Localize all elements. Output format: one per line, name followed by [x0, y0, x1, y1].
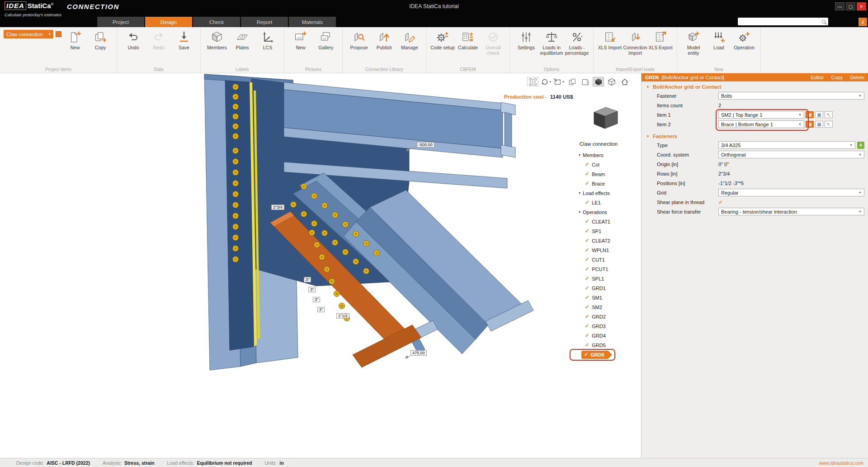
grid-edit-button[interactable]: ▦ — [815, 121, 823, 128]
operation-button[interactable]: Operation — [731, 29, 757, 50]
code-setup-button[interactable]: Code setup — [430, 29, 455, 50]
tree-item-grd1[interactable]: ✓GRD1 — [559, 283, 638, 293]
pick-in-scene-button[interactable]: ↖ — [825, 121, 833, 128]
solid-view-icon[interactable] — [593, 77, 604, 86]
expander-icon[interactable]: ▾ — [579, 153, 580, 157]
tree-item-le1[interactable]: ✓LE1 — [559, 198, 638, 207]
tree-item-sm2[interactable]: ✓SM2 — [559, 302, 638, 312]
tree-item-wpln1[interactable]: ✓WPLN1 — [559, 245, 638, 255]
info-button[interactable]: i — [859, 18, 867, 26]
section-bolt-anchor-grid[interactable]: ▼ Bolt/Anchor grid or Contact — [642, 81, 868, 91]
tree-item-grd2[interactable]: ✓GRD2 — [559, 312, 638, 321]
tab-materials[interactable]: Materials — [289, 17, 336, 27]
tree-item-spl1[interactable]: ✓SPL1 — [559, 274, 638, 283]
section-fasteners[interactable]: ▼ Fasteners — [642, 131, 868, 140]
new-button[interactable]: New — [62, 29, 88, 50]
xls-import-button[interactable]: XLS Import — [597, 29, 623, 50]
tree-item-pcut1[interactable]: ✓PCUT1 — [559, 264, 638, 274]
loads-in-equilibrium-button[interactable]: Loads in equilibrium — [539, 29, 564, 56]
tree-item-cleat1[interactable]: ✓CLEAT1 — [559, 217, 638, 226]
shear-transfer-dropdown[interactable]: Bearing - tension/shear interaction ▼ — [718, 208, 864, 215]
bolt-type-dropdown[interactable]: 3/4 A325 ▼ — [718, 141, 855, 149]
rows-value[interactable]: 2"3/4 — [718, 171, 730, 176]
save-button[interactable]: Save — [171, 29, 197, 50]
xls-export-button[interactable]: XLS Export — [648, 29, 673, 50]
item2-dropdown[interactable]: Brace | Bottom flange 1 ▼ — [718, 120, 804, 128]
dimension-label: 3" — [313, 297, 320, 302]
close-button[interactable]: ✕ — [857, 2, 866, 10]
tab-check[interactable]: Check — [193, 17, 240, 27]
claw-connection-dropdown[interactable]: Claw connection▾ — [4, 30, 53, 38]
load-button[interactable]: Load — [706, 29, 731, 50]
copy-button[interactable]: Copy — [88, 29, 113, 50]
plate-select-button[interactable]: ▦ — [806, 111, 814, 118]
new-button[interactable]: New — [288, 29, 313, 50]
lcs-button[interactable]: LCS — [255, 29, 280, 50]
collapse-icon[interactable]: ▼ — [646, 85, 650, 89]
tree-item-grd5[interactable]: ✓GRD5 — [559, 340, 638, 350]
navigation-cube[interactable] — [588, 103, 621, 131]
delete-button[interactable]: Delete — [850, 75, 864, 80]
collapse-icon[interactable]: ▼ — [646, 134, 650, 138]
tree-item-sm1[interactable]: ✓SM1 — [559, 293, 638, 302]
tree-item-col[interactable]: ✓Col — [559, 160, 638, 169]
view-pages-alt-icon[interactable] — [580, 77, 591, 86]
3d-viewport[interactable]: ▾▾ Production cost - 1140 US$ -500.00 2"… — [0, 73, 641, 458]
tree-item-grd3[interactable]: ✓GRD3 — [559, 321, 638, 331]
tab-design[interactable]: Design — [145, 17, 192, 27]
home-view-icon[interactable] — [619, 77, 630, 86]
minimize-button[interactable]: — — [835, 2, 844, 10]
website-link[interactable]: www.ideastatica.com — [819, 460, 863, 466]
maximize-button[interactable]: ▢ — [846, 2, 855, 10]
positions-value[interactable]: -1"1/2 -3"*5 — [718, 181, 744, 186]
tree-section-operations[interactable]: ▾Operations — [559, 207, 638, 217]
expander-icon[interactable]: ▾ — [579, 191, 580, 195]
rotate-view-icon[interactable]: ▾ — [540, 77, 552, 86]
tree-item-cleat2[interactable]: ✓CLEAT2 — [559, 236, 638, 245]
coord-system-dropdown[interactable]: Orthogonal ▼ — [718, 151, 864, 158]
fastener-dropdown[interactable]: Bolts ▼ — [718, 92, 864, 100]
plate-select-button[interactable]: ▦ — [806, 121, 814, 128]
plates-button[interactable]: Plates — [230, 29, 255, 50]
wire-view-icon[interactable] — [606, 77, 617, 86]
tree-item-grd6[interactable]: ✓GRD6 — [559, 350, 638, 359]
item1-dropdown[interactable]: SM2 | Top flange 1 ▼ — [718, 111, 804, 119]
propose-button[interactable]: Propose — [346, 29, 372, 50]
tree-section-members[interactable]: ▾Members — [559, 150, 638, 160]
tree-item-sp1[interactable]: ✓SP1 — [559, 226, 638, 236]
expander-icon[interactable]: ▾ — [579, 210, 580, 214]
section-view-icon[interactable]: ▾ — [553, 77, 565, 86]
publish-button[interactable]: Publish — [372, 29, 397, 50]
settings-button[interactable]: Settings — [514, 29, 539, 50]
tree-item-grd4[interactable]: ✓GRD4 — [559, 331, 638, 340]
connection-import-button[interactable]: Connection Import — [623, 29, 648, 56]
loads-percentage-button[interactable]: Loads - percentage — [564, 29, 590, 56]
model-entity-button[interactable]: Model entity — [681, 29, 706, 56]
property-label: Item 1 — [657, 112, 718, 118]
tree-item-brace[interactable]: ✓Brace — [559, 179, 638, 188]
search-icon[interactable] — [822, 20, 826, 24]
shear-plane-checkbox[interactable]: ✓ — [718, 199, 723, 205]
tab-report[interactable]: Report — [241, 17, 288, 27]
editor-button[interactable]: Editor — [811, 75, 824, 80]
tree-item-beam[interactable]: ✓Beam — [559, 169, 638, 179]
tab-project[interactable]: Project — [97, 17, 144, 27]
gallery-button[interactable]: Gallery — [313, 29, 339, 50]
calculate-button[interactable]: Calculate — [455, 29, 481, 50]
view-pages-icon[interactable] — [566, 77, 578, 86]
axes-toggle-icon[interactable] — [527, 77, 538, 86]
origin-value[interactable]: 0" 0" — [718, 162, 729, 167]
claw-color-swatch-button[interactable] — [56, 31, 61, 37]
members-button[interactable]: Members — [204, 29, 230, 50]
tree-item-cut1[interactable]: ✓CUT1 — [559, 255, 638, 264]
pick-in-scene-button[interactable]: ↖ — [825, 111, 833, 118]
search-input[interactable] — [740, 19, 822, 24]
tree-section-load-effects[interactable]: ▾Load effects — [559, 188, 638, 198]
grid-edit-button[interactable]: ▦ — [815, 111, 823, 118]
add-bolt-assembly-button[interactable]: + — [857, 142, 864, 149]
manage-button[interactable]: Manage — [397, 29, 422, 50]
tree-root-label[interactable]: Claw connection — [559, 141, 638, 150]
undo-button[interactable]: Undo — [121, 29, 146, 50]
grid-dropdown[interactable]: Regular ▼ — [718, 189, 864, 196]
copy-button[interactable]: Copy — [831, 75, 843, 80]
